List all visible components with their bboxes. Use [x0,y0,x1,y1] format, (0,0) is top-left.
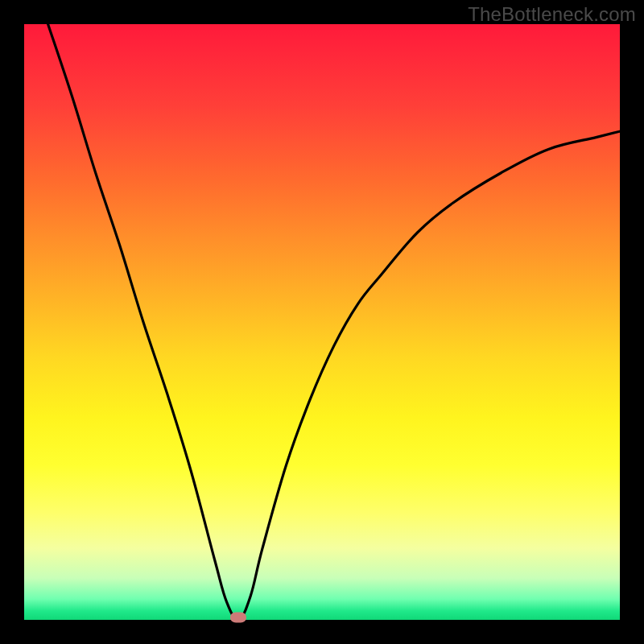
chart-frame: TheBottleneck.com [0,0,644,644]
bottleneck-curve [24,24,620,620]
plot-area [24,24,620,620]
watermark-text: TheBottleneck.com [468,3,636,26]
dip-marker [230,613,246,623]
